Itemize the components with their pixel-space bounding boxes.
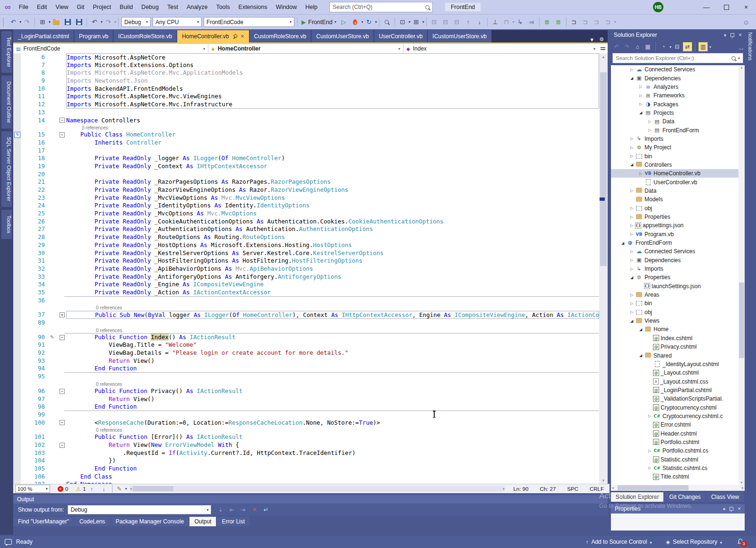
uncomment-icon[interactable]: ⊟	[440, 17, 451, 27]
breakpoint-margin[interactable]	[13, 311, 21, 319]
preview-selected-items-icon[interactable]: ▥	[698, 42, 708, 51]
expander-icon[interactable]: ▷	[628, 223, 635, 228]
breakpoint-margin[interactable]	[13, 381, 21, 387]
scroll-right-icon[interactable]: ▸	[503, 486, 505, 492]
breakpoint-margin[interactable]	[13, 77, 21, 85]
code-line[interactable]: 14−Namespace Controllers	[13, 117, 599, 125]
scroll-left-icon[interactable]: ◂	[130, 486, 132, 492]
code-line[interactable]: 89	[13, 319, 599, 327]
scrollbar-thumb[interactable]	[600, 72, 607, 266]
code-line[interactable]: 90✎−Public Function Index() As IActionRe…	[13, 334, 599, 342]
error-count-icon[interactable]: ×	[58, 486, 63, 492]
fold-toggle-icon[interactable]: +	[60, 312, 65, 317]
tree-item[interactable]: ▷My Project	[611, 143, 745, 152]
code-line[interactable]: 106End Class	[13, 473, 599, 481]
panel-tab[interactable]: Git Changes	[664, 492, 705, 502]
code-line[interactable]: 105End Function	[13, 465, 599, 473]
solution-search-input[interactable]: Search Solution Explorer (Ctrl+;) ▾	[612, 53, 743, 63]
tree-item[interactable]: ▷Data	[611, 117, 745, 126]
breakpoint-margin[interactable]	[13, 109, 21, 117]
expander-icon[interactable]: ▷	[646, 414, 653, 418]
breakpoint-margin[interactable]	[13, 365, 21, 373]
codelens-row[interactable]: 3 references	[13, 124, 599, 131]
expander-icon[interactable]: ▷	[646, 120, 653, 124]
code-line[interactable]: 103.RequestId = If(Activity.Current?.Id,…	[13, 449, 599, 457]
code-editor[interactable]: 6Imports Microsoft.AspNetCore7Imports Mi…	[13, 53, 599, 484]
code-line[interactable]: 94End Function	[13, 365, 599, 373]
tree-item[interactable]: Statistic.cshtml	[611, 455, 745, 463]
tree-item[interactable]: ▷Imports	[611, 265, 745, 273]
codelens-label[interactable]: 0 references	[94, 382, 122, 387]
search-options-chevron-icon[interactable]: ▾	[738, 56, 740, 60]
breakpoint-margin[interactable]	[13, 357, 21, 365]
tree-item[interactable]: UserController.vb	[611, 178, 745, 186]
tree-item[interactable]: Cryptocurrency.cshtml	[611, 403, 745, 411]
breakpoint-margin[interactable]	[13, 395, 21, 403]
navigate-forward-icon[interactable]: ↷	[21, 17, 33, 27]
menu-build[interactable]: Build	[115, 0, 137, 14]
restart-dropdown[interactable]: ▾	[375, 20, 377, 24]
se-forward-icon[interactable]: ↷	[622, 42, 632, 51]
send-feedback-icon[interactable]: ☺	[743, 18, 749, 26]
tree-item[interactable]: ▷Data	[611, 187, 745, 195]
tree-item[interactable]: ◢Views	[611, 317, 745, 325]
next-message-icon[interactable]: ⇥	[241, 506, 246, 513]
tree-item[interactable]: Error.cshtml	[611, 420, 745, 429]
breakpoint-margin[interactable]	[13, 53, 21, 61]
expander-icon[interactable]: ◢	[628, 275, 635, 280]
tree-item[interactable]: ▷Analyzers	[611, 83, 745, 91]
breakpoint-margin[interactable]	[13, 257, 21, 265]
code-line[interactable]: 100−<ResponseCache(Duration:=0, Location…	[13, 419, 599, 427]
bottom-tab[interactable]: Package Manager Console	[111, 517, 189, 526]
menu-git[interactable]: Git	[72, 0, 88, 14]
prev-issue-icon[interactable]: ↑	[91, 486, 94, 492]
code-cleanup-dropdown[interactable]: ▾	[125, 487, 127, 491]
breakpoint-margin[interactable]	[13, 249, 21, 257]
code-line[interactable]: 22Private ReadOnly _RazorViewEngineOptio…	[13, 186, 599, 194]
scroll-up-icon[interactable]: ▴	[739, 65, 745, 69]
breakpoint-margin[interactable]	[13, 387, 21, 395]
tree-item[interactable]: Title.cshtml	[611, 472, 745, 481]
tree-item[interactable]: ▷Frameworks	[611, 91, 745, 100]
compare-dropdown[interactable]: ▾	[422, 20, 424, 24]
breakpoint-margin[interactable]	[13, 457, 21, 465]
menu-test[interactable]: Test	[163, 0, 182, 14]
codelens-row[interactable]: 0 references	[13, 327, 599, 334]
open-file-icon[interactable]	[51, 17, 62, 27]
pin-icon[interactable]	[233, 34, 238, 39]
move-down-icon[interactable]: ↓	[474, 17, 485, 27]
new-project-icon[interactable]: ⊞	[37, 17, 48, 27]
undo-icon[interactable]: ↶	[89, 17, 100, 27]
breakpoint-margin[interactable]: ⇅	[13, 131, 21, 139]
code-line[interactable]: 97Return View()	[13, 395, 599, 403]
breakpoint-margin[interactable]	[13, 265, 21, 273]
next-bookmark-icon[interactable]: ⊐	[591, 17, 602, 27]
breakpoint-margin[interactable]	[13, 85, 21, 93]
expander-icon[interactable]: ◢	[637, 327, 644, 332]
start-debugging-button[interactable]: ▶FrontEnd▾	[301, 19, 336, 26]
code-line[interactable]: 11Imports Microsoft.AspNetCore.Mvc.ViewE…	[13, 93, 599, 101]
tree-item[interactable]: ▷bin	[611, 299, 745, 308]
code-line[interactable]: 93Return View()	[13, 357, 599, 365]
scroll-left-icon[interactable]: ◂	[612, 485, 614, 491]
code-line[interactable]: 27Private ReadOnly _AuthenticationOption…	[13, 225, 599, 233]
se-v-thumb[interactable]	[739, 283, 744, 358]
se-h-thumb[interactable]	[618, 485, 688, 490]
se-back-icon[interactable]: ↶	[612, 42, 621, 51]
document-tab[interactable]: Program.vb	[74, 30, 113, 43]
error-count[interactable]: 0	[65, 486, 68, 492]
expander-icon[interactable]: ▷	[628, 188, 635, 193]
menu-help[interactable]: Help	[301, 0, 322, 14]
code-line[interactable]: 21Private ReadOnly _RazorPagesOptions As…	[13, 178, 599, 186]
collapse-definitions-icon[interactable]: ⊥	[490, 17, 501, 27]
code-line[interactable]: 92ViewBag.Details = "Please login or cre…	[13, 349, 599, 357]
code-line[interactable]: 13	[13, 109, 599, 117]
nav-type-dropdown[interactable]: ◈ HomeController▾	[208, 44, 404, 53]
breakpoint-margin[interactable]	[13, 304, 21, 311]
expander-icon[interactable]: ▷	[628, 68, 635, 72]
prev-bookmark-icon[interactable]: ⊐	[580, 17, 591, 27]
warning-count-icon[interactable]: ⚠	[76, 486, 81, 492]
codelens-label[interactable]: 3 references	[80, 125, 108, 130]
code-line[interactable]: 23Private ReadOnly _MvcViewOptions As Mv…	[13, 194, 599, 202]
breakpoint-margin[interactable]	[13, 427, 21, 433]
